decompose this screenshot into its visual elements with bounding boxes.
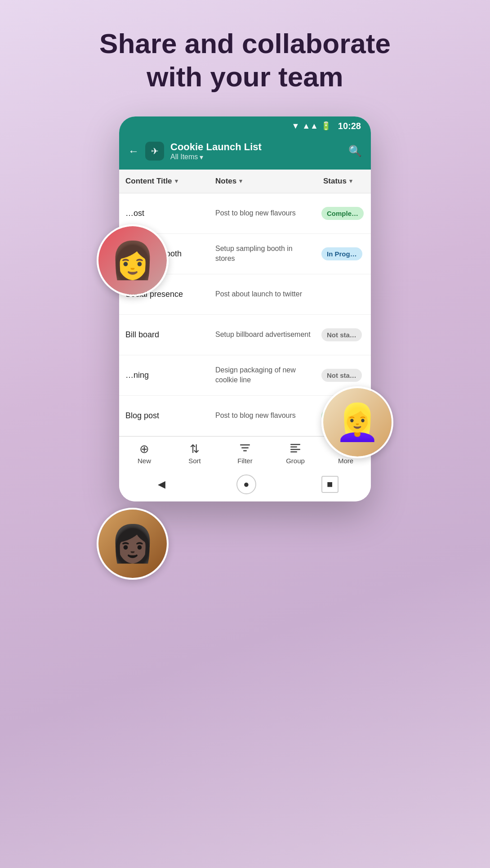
row-status: Not sta… [317, 362, 371, 389]
row-title: Bill board [119, 323, 209, 347]
group-button[interactable]: Group [277, 443, 313, 465]
row-title: …ost [119, 201, 209, 225]
row-notes: Setup sampling booth in stores [209, 237, 317, 271]
status-badge: Not sta… [321, 328, 362, 341]
group-icon [290, 443, 301, 455]
back-button[interactable]: ← [128, 145, 139, 157]
sort-icon: ⇅ [190, 443, 200, 455]
search-button[interactable]: 🔍 [348, 145, 362, 157]
battery-icon: 🔋 [321, 121, 331, 131]
sort-label: Sort [188, 457, 201, 465]
status-bar: ▼ ▲▲ 🔋 10:28 [119, 116, 371, 136]
new-icon: ⊕ [139, 443, 149, 455]
status-badge: Comple… [321, 207, 364, 220]
nav-back-button[interactable]: ◀ [151, 474, 171, 494]
filter-label: Filter [237, 457, 252, 465]
group-label: Group [286, 457, 305, 465]
app-title: Cookie Launch List [170, 141, 342, 153]
headline-line2: with your team [147, 61, 343, 92]
headline: Share and collaborate with your team [63, 27, 427, 94]
app-title-group: Cookie Launch List All Items ▾ [170, 141, 342, 161]
filter-icon [239, 443, 251, 455]
nav-bar: ◀ ● ■ [119, 469, 371, 501]
col-title-arrow: ▾ [175, 178, 178, 184]
row-notes: Post to blog new flavours [209, 201, 317, 225]
col-header-status[interactable]: Status ▾ [317, 170, 371, 193]
subtitle-text: All Items [170, 153, 198, 161]
nav-home-icon: ● [243, 479, 249, 490]
status-time: 10:28 [338, 121, 361, 131]
col-status-arrow: ▾ [349, 178, 352, 184]
avatar-2: 👱‍♀️ [321, 386, 393, 458]
search-icon: 🔍 [348, 145, 362, 157]
status-icons: ▼ ▲▲ 🔋 [291, 121, 330, 131]
col-title-label: Content Title [125, 177, 172, 186]
table-row[interactable]: …ost Post to blog new flavours Comple… [119, 193, 371, 234]
app-icon: ✈ [145, 142, 164, 161]
headline-line1: Share and collaborate [99, 28, 391, 59]
row-title: …ning [119, 363, 209, 387]
more-label: More [338, 457, 353, 465]
sort-button[interactable]: ⇅ Sort [177, 443, 213, 465]
status-badge: Not sta… [321, 369, 362, 382]
svg-rect-1 [241, 447, 249, 448]
row-status: In Prog… [317, 240, 371, 268]
avatar-1: 👩 [97, 224, 169, 296]
nav-back-icon: ◀ [158, 479, 165, 490]
phone-mockup: 👩 👱‍♀️ 👩🏿 ▼ ▲▲ 🔋 10:28 ← ✈ Cookie Launch… [119, 116, 371, 501]
col-header-notes[interactable]: Notes ▾ [209, 170, 317, 193]
row-title: Blog post [119, 404, 209, 428]
row-status [317, 287, 371, 301]
col-notes-label: Notes [215, 177, 236, 186]
svg-rect-2 [243, 450, 247, 452]
col-notes-arrow: ▾ [239, 178, 242, 184]
avatar-3: 👩🏿 [97, 508, 169, 580]
app-subtitle[interactable]: All Items ▾ [170, 153, 342, 161]
row-notes: Setup billboard advertisement [209, 322, 317, 347]
col-header-title[interactable]: Content Title ▾ [119, 170, 209, 193]
svg-rect-5 [290, 449, 300, 450]
row-status: Not sta… [317, 321, 371, 349]
nav-square-button[interactable]: ■ [321, 476, 339, 493]
new-button[interactable]: ⊕ New [126, 443, 162, 465]
wifi-icon: ▼ [291, 121, 299, 131]
row-notes: Design packaging of new coolkie line [209, 358, 317, 393]
svg-rect-6 [290, 451, 297, 452]
nav-square-icon: ■ [327, 479, 333, 490]
column-headers: Content Title ▾ Notes ▾ Status ▾ [119, 170, 371, 193]
app-header: ← ✈ Cookie Launch List All Items ▾ 🔍 [119, 136, 371, 170]
nav-home-button[interactable]: ● [236, 474, 256, 494]
row-status: Comple… [317, 200, 371, 227]
row-notes: Post to blog new flavours [209, 403, 317, 428]
svg-rect-0 [240, 444, 250, 446]
new-label: New [138, 457, 151, 465]
plane-icon: ✈ [151, 146, 159, 157]
row-notes: Post about launch to twitter [209, 282, 317, 306]
table-row[interactable]: Bill board Setup billboard advertisement… [119, 315, 371, 355]
subtitle-arrow: ▾ [200, 153, 203, 161]
col-status-label: Status [323, 177, 347, 186]
svg-rect-3 [290, 444, 300, 445]
svg-rect-4 [290, 446, 297, 447]
table-row[interactable]: …ning Design packaging of new coolkie li… [119, 355, 371, 396]
filter-button[interactable]: Filter [227, 443, 263, 465]
signal-icon: ▲▲ [302, 121, 318, 131]
status-badge: In Prog… [321, 247, 362, 260]
